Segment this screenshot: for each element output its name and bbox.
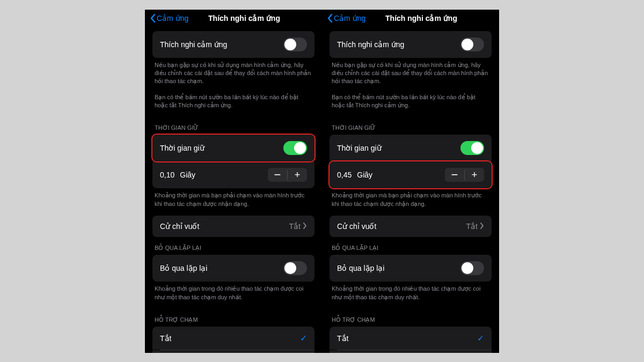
touch-accommodations-row[interactable]: Thích nghi cảm ứng [330,31,492,58]
hold-duration-row[interactable]: Thời gian giữ [330,135,492,161]
adapt-footer-2: Bạn có thể bấm nút sườn ba lần bất kỳ lú… [152,93,314,117]
checkmark-icon: ✓ [300,333,307,343]
adapt-footer-1: Nếu bạn gặp sự cố khi sử dụng màn hình c… [152,58,314,93]
page-title: Thích nghi cảm ứng [343,14,499,23]
hold-duration-row[interactable]: Thời gian giữ [152,135,314,161]
tap-assist-off-row[interactable]: Tắt ✓ [330,327,492,350]
row-label: Thích nghi cảm ứng [160,40,227,49]
row-label: Bỏ qua lặp lại [337,264,384,272]
ignore-footer: Khoảng thời gian trong đó nhiều thao tác… [152,282,314,309]
swipe-value: Tắt [466,222,478,231]
checkmark-icon: ✓ [477,333,484,343]
hold-value: 0,45 [337,171,352,179]
hold-footer: Khoảng thời gian mà bạn phải chạm vào mà… [330,188,492,216]
ignore-repeat-row[interactable]: Bỏ qua lặp lại [152,255,314,282]
swipe-value: Tắt [289,222,301,231]
touch-accommodations-toggle[interactable] [283,38,307,51]
hold-unit: Giây [357,171,372,179]
row-label: Thời gian giữ [337,144,382,152]
hold-duration-toggle[interactable] [283,141,307,155]
back-button[interactable]: Cảm ứng [150,14,188,23]
back-label: Cảm ứng [157,14,188,23]
row-label: Thời gian giữ [160,144,204,152]
assist-header: HỖ TRỢ CHẠM [330,309,492,327]
assist-header: HỖ TRỢ CHẠM [152,309,314,327]
ignore-header: BỎ QUA LẶP LẠI [330,237,492,255]
ignore-repeat-toggle[interactable] [283,261,307,275]
hold-value: 0,10 [160,171,174,179]
hold-header: THỜI GIAN GIỮ [330,117,492,135]
nav-bar: Cảm ứng Thích nghi cảm ứng [322,10,499,26]
row-label: Bỏ qua lặp lại [160,264,207,272]
chevron-right-icon [480,222,484,231]
back-button[interactable]: Cảm ứng [327,14,365,23]
page-title: Thích nghi cảm ứng [166,14,322,23]
ignore-header: BỎ QUA LẶP LẠI [152,237,314,255]
row-label: Tắt [160,334,171,343]
hold-duration-value-row: 0,10 Giây − + [152,161,314,188]
settings-screen: Cảm ứng Thích nghi cảm ứng Thích nghi cả… [322,10,499,353]
hold-header: THỜI GIAN GIỮ [152,117,314,135]
increment-button[interactable]: + [465,168,484,182]
ignore-repeat-toggle[interactable] [460,261,484,275]
row-label: Thích nghi cảm ứng [337,40,404,49]
adapt-footer-1: Nếu bạn gặp sự cố khi sử dụng màn hình c… [330,58,492,93]
nav-bar: Cảm ứng Thích nghi cảm ứng [145,10,322,26]
tap-assist-initial-row[interactable]: Sử dụng vị trí chạm ban đầu [152,350,314,352]
swipe-gestures-row[interactable]: Cử chỉ vuốt Tắt [152,216,314,237]
hold-duration-value-row: 0,45 Giây − + [330,161,492,188]
duration-stepper: − + [445,168,484,182]
hold-duration-toggle[interactable] [460,141,484,155]
swipe-gestures-row[interactable]: Cử chỉ vuốt Tắt [330,216,492,237]
row-label: Tắt [337,334,348,343]
decrement-button[interactable]: − [445,168,464,182]
back-label: Cảm ứng [334,14,365,23]
row-label: Cử chỉ vuốt [160,222,199,231]
adapt-footer-2: Bạn có thể bấm nút sườn ba lần bất kỳ lú… [330,93,492,117]
touch-accommodations-toggle[interactable] [460,38,484,51]
duration-stepper: − + [268,168,307,182]
decrement-button[interactable]: − [268,168,287,182]
hold-footer: Khoảng thời gian mà bạn phải chạm vào mà… [152,188,314,216]
touch-accommodations-row[interactable]: Thích nghi cảm ứng [152,31,314,58]
chevron-right-icon [303,222,307,231]
hold-unit: Giây [180,171,195,179]
increment-button[interactable]: + [288,168,307,182]
settings-screen: Cảm ứng Thích nghi cảm ứng Thích nghi cả… [145,10,322,353]
tap-assist-initial-row[interactable]: Sử dụng vị trí chạm ban đầu [330,350,492,352]
ignore-footer: Khoảng thời gian trong đó nhiều thao tác… [330,282,492,309]
ignore-repeat-row[interactable]: Bỏ qua lặp lại [330,255,492,282]
tap-assist-off-row[interactable]: Tắt ✓ [152,327,314,350]
row-label: Cử chỉ vuốt [337,222,376,231]
